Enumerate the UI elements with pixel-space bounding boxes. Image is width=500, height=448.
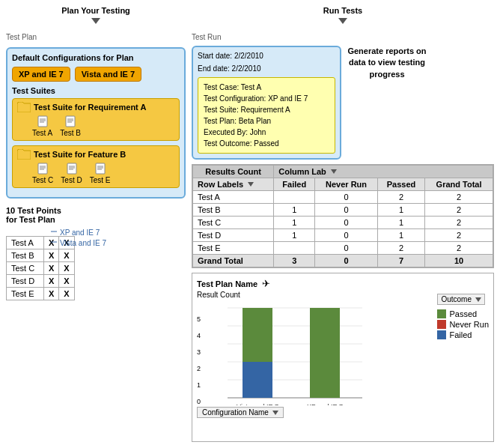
points-xp-cell: X	[44, 249, 59, 262]
results-table: Results Count Column Lab Row Lab	[192, 165, 493, 267]
result-total: 2	[425, 242, 493, 255]
passed-color	[437, 309, 446, 318]
result-never-run: 0	[315, 204, 378, 217]
results-table-row: Test E 0 2 2	[193, 242, 493, 255]
folder-b-icon	[17, 149, 31, 160]
svg-rect-13	[67, 163, 76, 174]
points-label: 10 Test Points for Test Plan	[6, 206, 186, 224]
points-label-cell: Test B	[7, 249, 44, 262]
test-e-doc-icon	[95, 163, 106, 175]
arrow-down-icon	[91, 16, 100, 25]
test-e-item: Test E	[90, 163, 111, 184]
run-tests-arrow-icon	[338, 16, 347, 25]
xp-passed-bar	[310, 308, 340, 398]
result-never-run: 0	[315, 217, 378, 229]
config-name-label: Configuration Name	[202, 408, 269, 417]
points-vista-cell: X	[59, 262, 74, 275]
results-table-row: Test D 1 0 1 2	[193, 229, 493, 242]
result-failed: 1	[274, 229, 315, 242]
grand-total-row: Grand Total 3 0 7 10	[193, 255, 493, 267]
top-right-area: Start date: 2/2/2010 End date: 2/2/2010 …	[192, 46, 494, 160]
test-b-item: Test B	[60, 115, 81, 137]
result-label: Test C	[193, 217, 274, 229]
test-a-item: Test A	[32, 115, 52, 137]
left-column: Plan Your Testing Test Plan Default Conf…	[6, 6, 186, 442]
result-failed: 1	[274, 204, 315, 217]
filter-icon: ✈	[262, 278, 270, 289]
passed-header: Passed	[377, 178, 424, 191]
result-label: Test D	[193, 229, 274, 242]
points-xp-cell: X	[44, 275, 59, 288]
outcome-dropdown-icon[interactable]	[475, 297, 481, 302]
suite-b-title: Test Suite for Feature B	[17, 149, 174, 160]
result-failed: 1	[274, 217, 315, 229]
never-run-color	[437, 320, 446, 329]
svg-marker-0	[91, 18, 100, 24]
results-count-header: Results Count	[193, 166, 274, 178]
legend-passed: Passed	[437, 309, 489, 318]
col-lab-dropdown-icon[interactable]	[331, 169, 337, 174]
run-tests-header: Run Tests	[192, 6, 494, 15]
test-run-box: Start date: 2/2/2010 End date: 2/2/2010 …	[192, 46, 341, 160]
vista-ie7-button[interactable]: Vista and IE 7	[75, 67, 141, 82]
test-d-item: Test D	[61, 163, 82, 184]
never-run-header: Never Run	[315, 178, 378, 191]
result-total: 2	[425, 217, 493, 229]
result-label: Test A	[193, 191, 274, 204]
points-table-row: Test E X X	[7, 288, 75, 300]
points-label-cell: Test E	[7, 288, 44, 300]
test-plan-label: Test Plan	[6, 33, 186, 41]
svg-text:XP and IE 7: XP and IE 7	[307, 403, 343, 405]
config-buttons: XP and IE 7 Vista and IE 7	[12, 67, 180, 82]
result-failed	[274, 242, 315, 255]
grand-total-failed: 3	[274, 255, 315, 267]
svg-rect-1	[38, 116, 47, 127]
outcome-dropdown[interactable]: Outcome	[437, 294, 485, 305]
test-suites-label: Test Suites	[12, 86, 180, 95]
grand-total-passed: 7	[377, 255, 424, 267]
points-label-cell: Test C	[7, 262, 44, 275]
connector-lines	[6, 227, 58, 249]
points-section: 10 Test Points for Test Plan XP and IE 7…	[6, 206, 186, 300]
failed-color	[437, 330, 446, 339]
tooltip-box: Test Case: Test A Test Configuration: XP…	[198, 77, 335, 154]
points-xp-cell: X	[44, 262, 59, 275]
chart-svg: Vista and IE 7 XP and IE 7	[205, 300, 370, 405]
grand-total-never-run: 0	[315, 255, 378, 267]
tooltip-executed-by: Executed By: John	[204, 127, 329, 138]
points-vista-cell: X	[59, 249, 74, 262]
vista-failed-bar	[243, 362, 272, 398]
result-passed: 1	[377, 229, 424, 242]
config-name-dropdown[interactable]: Configuration Name	[197, 407, 284, 418]
plan-box: Default Configurations for Plan XP and I…	[6, 47, 186, 199]
end-date: End date: 2/2/2010	[198, 64, 335, 73]
svg-marker-23	[338, 18, 347, 24]
chart-title-row: Test Plan Name ✈	[197, 278, 489, 289]
test-b-doc-icon	[65, 115, 76, 127]
xp-col-label: XP and IE 7	[60, 228, 100, 237]
tooltip-test-suite: Test Suite: Requirement A	[204, 104, 329, 115]
result-total: 2	[425, 229, 493, 242]
config-name-dropdown-icon[interactable]	[272, 411, 278, 415]
svg-rect-5	[66, 116, 75, 127]
suite-a-title: Test Suite for Requirement A	[17, 102, 174, 112]
result-passed: 1	[377, 217, 424, 229]
xp-ie7-button[interactable]: XP and IE 7	[12, 67, 70, 82]
result-never-run: 0	[315, 191, 378, 204]
row-labels-dropdown-icon[interactable]	[248, 182, 254, 187]
plan-your-testing-header: Plan Your Testing	[6, 6, 186, 15]
result-failed	[274, 191, 315, 204]
result-total: 2	[425, 204, 493, 217]
result-count-label: Result Count	[197, 291, 431, 299]
test-d-doc-icon	[67, 163, 77, 175]
chart-legend: Outcome Passed Never Run Failed	[437, 294, 489, 339]
result-never-run: 0	[315, 242, 378, 255]
folder-a-icon	[17, 102, 31, 112]
grand-total-total: 10	[425, 255, 493, 267]
row-labels-header[interactable]: Row Labels	[193, 178, 274, 191]
legend-never-run: Never Run	[437, 320, 489, 329]
test-a-doc-icon	[37, 115, 48, 127]
result-passed: 2	[377, 242, 424, 255]
generate-reports-text: Generate reports on data to view testing…	[346, 46, 428, 80]
plan-box-title: Default Configurations for Plan	[12, 53, 180, 62]
